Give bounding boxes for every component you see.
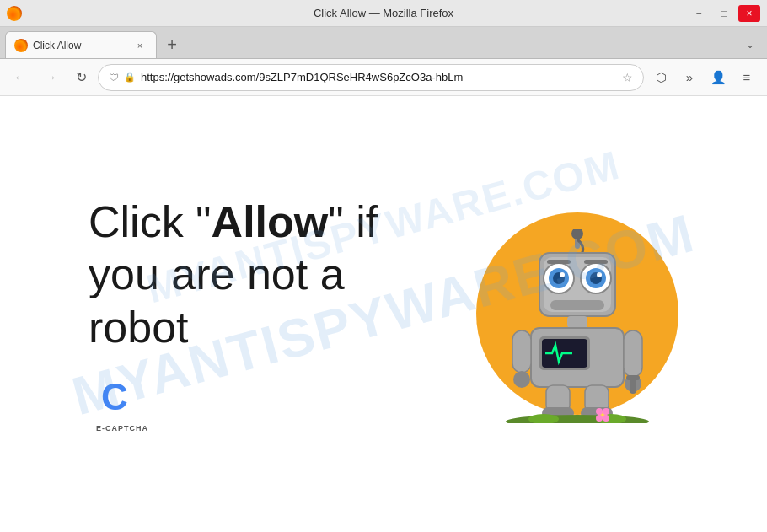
extensions-button[interactable]: » — [676, 64, 703, 91]
svg-rect-14 — [550, 300, 604, 310]
svg-rect-13 — [584, 260, 608, 264]
forward-button[interactable]: → — [37, 64, 64, 91]
menu-button[interactable]: ≡ — [733, 64, 760, 91]
svg-point-11 — [597, 272, 602, 277]
back-button[interactable]: ← — [7, 64, 34, 91]
ecaptcha-logo: C — [101, 379, 143, 421]
svg-point-29 — [506, 415, 649, 423]
main-inner: Click "Allow" if you are not a robot C E… — [0, 179, 767, 449]
svg-point-35 — [596, 415, 603, 422]
ecaptcha-badge: C E-CAPTCHA — [88, 379, 156, 433]
lock-icon: 🔒 — [124, 72, 136, 83]
list-all-tabs-button[interactable]: ⌄ — [738, 33, 762, 56]
navbar: ← → ↻ 🛡 🔒 https://getshowads.com/9sZLP7m… — [0, 59, 767, 96]
toolbar-icons: ⬡ » 👤 ≡ — [647, 64, 760, 91]
svg-point-1 — [571, 229, 583, 239]
svg-point-34 — [603, 408, 609, 415]
svg-rect-15 — [567, 316, 587, 328]
svg-rect-12 — [547, 260, 571, 264]
svg-point-33 — [596, 408, 603, 415]
tab-title: Click Allow — [33, 40, 127, 51]
svg-point-24 — [513, 371, 530, 388]
heading-allow: Allow — [212, 197, 329, 246]
shield-icon: 🛡 — [109, 72, 119, 83]
svg-rect-22 — [626, 375, 640, 380]
svg-point-7 — [560, 272, 565, 277]
reload-button[interactable]: ↻ — [67, 64, 94, 91]
profile-icon: 👤 — [711, 70, 727, 85]
maximize-button[interactable]: □ — [713, 5, 735, 22]
titlebar-left — [7, 6, 22, 21]
ecaptcha-label: E-CAPTCHA — [96, 424, 148, 433]
pocket-button[interactable]: ⬡ — [647, 64, 674, 91]
svg-point-36 — [603, 415, 609, 422]
profile-button[interactable]: 👤 — [705, 64, 732, 91]
pocket-icon: ⬡ — [656, 70, 667, 85]
heading-pre: Click " — [88, 197, 212, 246]
close-button[interactable]: × — [738, 5, 760, 22]
url-text: https://getshowads.com/9sZLP7mD1QRSeHR4w… — [141, 71, 617, 83]
ecaptcha-c-icon: C — [101, 376, 128, 417]
address-bar[interactable]: 🛡 🔒 https://getshowads.com/9sZLP7mD1QRSe… — [98, 64, 644, 91]
active-tab[interactable]: Click Allow × — [5, 31, 157, 58]
page-content: MYANTISPYWARE.COM MYANTISPYWARE.COM Clic… — [0, 96, 767, 532]
titlebar-title: Click Allow — Mozilla Firefox — [314, 7, 453, 19]
robot-image — [493, 229, 662, 423]
tabbar: Click Allow × + ⌄ — [0, 27, 767, 59]
tab-favicon-icon — [14, 39, 28, 52]
robot-circle — [476, 212, 678, 415]
bookmark-icon[interactable]: ☆ — [622, 71, 633, 84]
extensions-icon: » — [686, 70, 693, 84]
new-tab-button[interactable]: + — [160, 33, 184, 56]
svg-rect-23 — [512, 330, 531, 373]
svg-rect-19 — [624, 330, 642, 377]
tab-close-button[interactable]: × — [132, 38, 148, 53]
robot-section — [476, 212, 678, 415]
firefox-logo-icon — [7, 6, 22, 21]
hamburger-icon: ≡ — [743, 70, 751, 84]
titlebar: Click Allow — Mozilla Firefox − □ × — [0, 0, 767, 27]
titlebar-controls: − □ × — [688, 5, 760, 22]
minimize-button[interactable]: − — [688, 5, 710, 22]
main-heading: Click "Allow" if you are not a robot — [88, 196, 426, 353]
text-section: Click "Allow" if you are not a robot C E… — [88, 196, 426, 433]
